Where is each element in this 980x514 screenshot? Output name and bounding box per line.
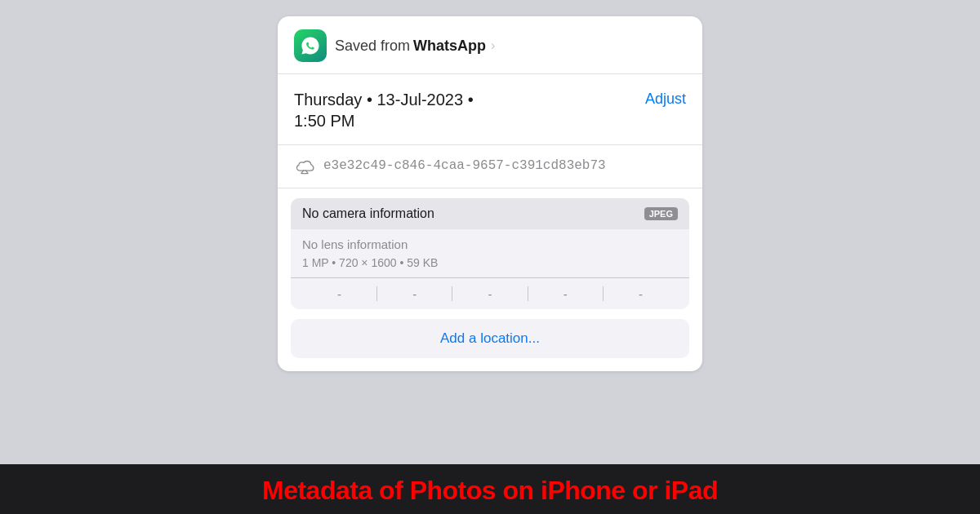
specs-text: 1 MP • 720 × 1600 • 59 KB bbox=[302, 256, 678, 269]
date-time-block: Thursday • 13-Jul-2023 • 1:50 PM bbox=[294, 89, 474, 131]
source-name: WhatsApp bbox=[413, 38, 486, 55]
format-badge: JPEG bbox=[644, 207, 678, 220]
camera-section: No camera information JPEG No lens infor… bbox=[291, 198, 689, 309]
whatsapp-source-text: Saved from WhatsApp › bbox=[335, 38, 495, 55]
lens-text: No lens information bbox=[302, 237, 678, 251]
exif-item-5: - bbox=[604, 287, 678, 301]
exif-item-3: - bbox=[452, 287, 527, 301]
page-wrapper: Saved from WhatsApp › Thursday • 13-Jul-… bbox=[0, 0, 980, 514]
image-specs: 1 MP • 720 × 1600 • 59 KB bbox=[291, 255, 689, 277]
date-section: Thursday • 13-Jul-2023 • 1:50 PM Adjust bbox=[278, 74, 702, 145]
add-location-button[interactable]: Add a location... bbox=[291, 319, 689, 358]
whatsapp-icon bbox=[294, 29, 327, 62]
icloud-id: e3e32c49-c846-4caa-9657-c391cd83eb73 bbox=[323, 157, 606, 175]
exif-item-2: - bbox=[377, 287, 452, 301]
exif-item-4: - bbox=[528, 287, 603, 301]
camera-header: No camera information JPEG bbox=[291, 198, 689, 229]
icloud-icon bbox=[294, 158, 315, 175]
bottom-banner: Metadata of Photos on iPhone or iPad bbox=[0, 464, 980, 514]
info-card: Saved from WhatsApp › Thursday • 13-Jul-… bbox=[278, 16, 702, 371]
icloud-section: e3e32c49-c846-4caa-9657-c391cd83eb73 bbox=[278, 145, 702, 188]
camera-name-label: No camera information bbox=[302, 206, 434, 221]
exif-row: - - - - - bbox=[291, 277, 689, 309]
adjust-button[interactable]: Adjust bbox=[645, 91, 686, 108]
whatsapp-header[interactable]: Saved from WhatsApp › bbox=[278, 16, 702, 74]
add-location-label: Add a location... bbox=[440, 330, 540, 347]
camera-section-wrapper: No camera information JPEG No lens infor… bbox=[278, 198, 702, 309]
exif-item-1: - bbox=[302, 287, 376, 301]
banner-title: Metadata of Photos on iPhone or iPad bbox=[262, 476, 718, 505]
lens-info: No lens information bbox=[291, 229, 689, 255]
time-text: 1:50 PM bbox=[294, 112, 354, 130]
location-section[interactable]: Add a location... bbox=[291, 319, 689, 358]
chevron-right-icon: › bbox=[491, 38, 495, 53]
source-prefix: Saved from bbox=[335, 38, 410, 55]
date-text: Thursday • 13-Jul-2023 • bbox=[294, 91, 474, 109]
